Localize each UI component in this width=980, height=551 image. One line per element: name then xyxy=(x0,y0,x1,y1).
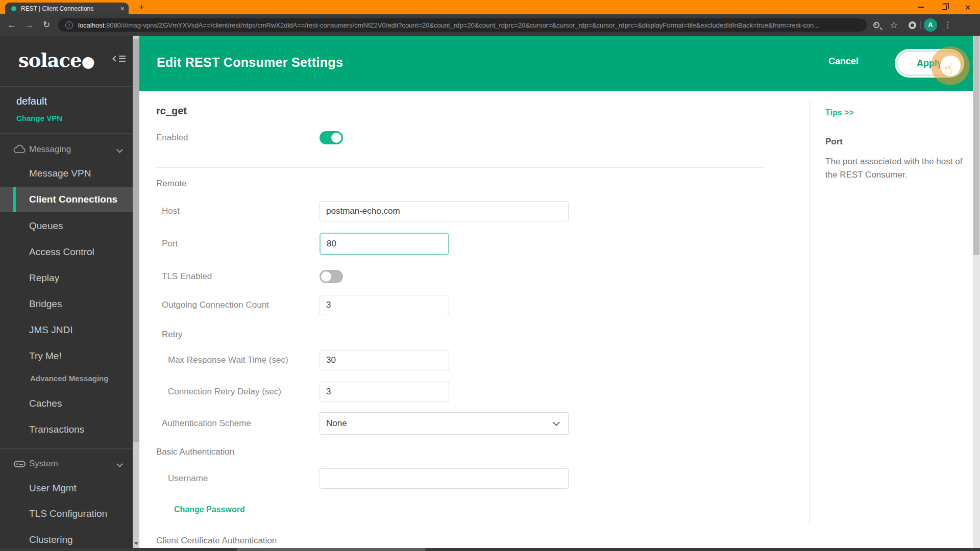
extension-ring-icon xyxy=(909,21,916,29)
tips-body: The port associated with the host of the… xyxy=(825,155,964,182)
browser-titlebar: REST | Client Connections × + ✕ xyxy=(0,0,980,14)
browser-tab[interactable]: REST | Client Connections × xyxy=(5,3,129,14)
settings-form: rc_get Enabled Remote Host Port TLS Enab… xyxy=(139,91,973,548)
connection-retry-delay-row: Connection Retry Delay (sec) xyxy=(139,382,803,402)
main-panel: Edit REST Consumer Settings Cancel Apply… xyxy=(139,36,973,548)
apply-button[interactable]: Apply xyxy=(896,51,963,76)
chevron-down-icon xyxy=(116,461,123,467)
section-divider xyxy=(156,167,764,168)
magnifier-icon xyxy=(873,22,879,28)
url-path: :8080/#/msg-vpns/ZGVmYXVsdA==/client/res… xyxy=(104,21,819,29)
change-vpn-link[interactable]: Change VPN xyxy=(16,114,62,122)
host-input[interactable] xyxy=(320,201,569,221)
port-row: Port xyxy=(139,234,803,254)
client-certificate-section-label: Client Certificate Authentication xyxy=(156,536,277,546)
username-row: Username xyxy=(139,468,803,489)
tips-link[interactable]: Tips >> xyxy=(825,108,966,117)
broker-icon xyxy=(14,461,26,467)
url-host: localhost xyxy=(78,21,104,29)
sidebar-item-try-me[interactable]: Try Me! xyxy=(0,343,133,369)
authentication-scheme-row: Authentication Scheme None xyxy=(139,413,803,434)
sidebar-item-clustering[interactable]: Clustering xyxy=(0,527,133,548)
sidebar-section-messaging[interactable]: Messaging xyxy=(0,137,133,162)
change-password-link[interactable]: Change Password xyxy=(174,505,245,514)
back-button[interactable]: ← xyxy=(4,14,19,36)
chevron-down-icon xyxy=(116,146,123,153)
sidebar-scrollbar[interactable] xyxy=(133,36,139,548)
connection-retry-delay-input[interactable] xyxy=(320,382,449,402)
extension-icon[interactable] xyxy=(904,14,920,36)
username-label: Username xyxy=(168,473,208,484)
username-input[interactable] xyxy=(320,468,569,489)
new-tab-button[interactable]: + xyxy=(136,2,147,13)
max-response-wait-row: Max Response Wait Time (sec) xyxy=(139,350,803,370)
forward-button[interactable]: → xyxy=(21,14,37,36)
bookmark-star-icon[interactable]: ☆ xyxy=(886,14,901,36)
consumer-name: rc_get xyxy=(156,105,187,117)
port-label: Port xyxy=(162,239,178,249)
sidebar-item-message-vpn[interactable]: Message VPN xyxy=(0,161,133,186)
max-response-wait-label: Max Response Wait Time (sec) xyxy=(168,355,288,365)
sidebar-item-replay[interactable]: Replay xyxy=(0,265,133,291)
sidebar-scrollbar-thumb[interactable] xyxy=(133,39,139,442)
enabled-row: Enabled xyxy=(139,128,803,148)
max-response-wait-input[interactable] xyxy=(320,350,449,370)
bottom-scrollbar xyxy=(0,548,980,551)
sidebar-item-user-mgmt[interactable]: User Mgmt xyxy=(0,475,133,501)
logo-text: solace xyxy=(18,49,82,71)
tls-enabled-row: TLS Enabled xyxy=(139,266,803,287)
page-scrollbar[interactable] xyxy=(973,36,980,551)
sidebar-item-caches[interactable]: Caches xyxy=(0,391,133,416)
zoom-icon[interactable] xyxy=(869,14,884,36)
port-input[interactable] xyxy=(320,233,449,255)
site-info-icon[interactable]: i xyxy=(65,21,73,29)
solace-logo: solace● xyxy=(18,49,94,71)
cancel-button[interactable]: Cancel xyxy=(828,56,859,67)
sidebar-section-system[interactable]: System xyxy=(0,451,133,477)
connection-retry-delay-label: Connection Retry Delay (sec) xyxy=(168,387,281,397)
vpn-name: default xyxy=(16,95,47,107)
toggle-knob xyxy=(331,133,341,143)
tls-enabled-toggle[interactable] xyxy=(320,270,343,283)
sidebar: solace● default Change VPN Messaging Mes… xyxy=(0,36,133,548)
screen: REST | Client Connections × + ✕ ← → ↻ i … xyxy=(0,0,980,551)
tab-title: REST | Client Connections xyxy=(21,5,117,12)
sidebar-item-jms-jndi[interactable]: JMS JNDI xyxy=(0,317,133,343)
minimize-icon xyxy=(918,7,924,8)
host-row: Host xyxy=(139,201,803,221)
basic-authentication-section-label: Basic Authentication xyxy=(156,447,234,457)
sidebar-item-tls-configuration[interactable]: TLS Configuration xyxy=(0,501,133,527)
profile-avatar[interactable]: A xyxy=(924,18,937,32)
window-close-button[interactable]: ✕ xyxy=(956,0,979,14)
scroll-down-arrow-icon[interactable] xyxy=(133,539,139,548)
authentication-scheme-label: Authentication Scheme xyxy=(162,418,251,429)
browser-menu-icon[interactable]: ⋮ xyxy=(942,14,954,36)
address-bar[interactable]: i localhost:8080/#/msg-vpns/ZGVmYXVsdA==… xyxy=(58,18,867,32)
page-scrollbar-thumb[interactable] xyxy=(973,36,979,255)
tab-close-icon[interactable]: × xyxy=(120,5,125,12)
collapse-sidebar-icon[interactable] xyxy=(113,54,127,65)
page-title: Edit REST Consumer Settings xyxy=(157,55,343,70)
tls-enabled-label: TLS Enabled xyxy=(162,271,212,282)
tips-heading: Port xyxy=(825,137,966,147)
window-minimize-button[interactable] xyxy=(909,0,933,14)
sidebar-item-transactions[interactable]: Transactions xyxy=(0,417,133,442)
chevron-down-icon xyxy=(553,419,560,426)
remote-section-label: Remote xyxy=(156,179,187,189)
browser-toolbar: ← → ↻ i localhost:8080/#/msg-vpns/ZGVmYX… xyxy=(0,14,980,36)
sidebar-item-bridges[interactable]: Bridges xyxy=(0,291,133,317)
enabled-toggle[interactable] xyxy=(320,131,343,144)
sidebar-divider xyxy=(0,448,133,449)
sidebar-item-queues[interactable]: Queues xyxy=(0,213,133,239)
outgoing-connection-count-row: Outgoing Connection Count xyxy=(139,295,803,315)
toggle-knob xyxy=(321,271,331,282)
outgoing-connection-count-input[interactable] xyxy=(320,295,449,315)
sidebar-item-access-control[interactable]: Access Control xyxy=(0,239,133,265)
favicon-icon xyxy=(11,6,16,11)
bottom-scrollbar-thumb[interactable] xyxy=(237,548,425,551)
close-icon: ✕ xyxy=(965,4,971,11)
reload-button[interactable]: ↻ xyxy=(39,14,54,36)
window-restore-button[interactable] xyxy=(933,0,956,14)
sidebar-item-client-connections[interactable]: Client Connections xyxy=(0,187,133,212)
authentication-scheme-select[interactable]: None xyxy=(320,412,569,435)
